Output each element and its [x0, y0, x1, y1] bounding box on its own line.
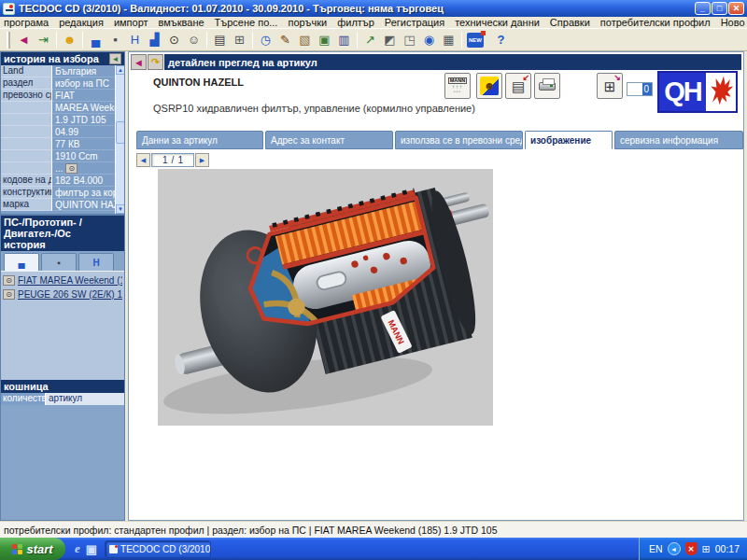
vehicle-icon[interactable]: ▄: [86, 31, 106, 49]
language-indicator[interactable]: EN: [649, 543, 663, 554]
menu-registracia[interactable]: Регистрация: [385, 17, 444, 28]
maximize-button[interactable]: □: [712, 2, 727, 15]
prev-page-button[interactable]: ◀: [136, 153, 150, 167]
taskbar-task-tecdoc[interactable]: TECDOC CD (3/2010)...: [105, 540, 211, 558]
back-icon[interactable]: ◄: [14, 31, 34, 49]
package-icon[interactable]: ▧: [295, 31, 315, 49]
menu-import[interactable]: импорт: [114, 17, 148, 28]
tab-engines[interactable]: ▪: [41, 253, 77, 271]
security-alert-icon[interactable]: ✕: [685, 542, 698, 555]
menu-vmukvane[interactable]: вмъкване: [159, 17, 204, 28]
minimize-button[interactable]: _: [695, 2, 711, 15]
clock[interactable]: 00:17: [715, 543, 740, 554]
frame-icon[interactable]: ◳: [400, 31, 419, 49]
tab-used-in-vehicles[interactable]: използва се в превозни средства: [395, 131, 523, 149]
tab-axles[interactable]: H: [78, 253, 114, 271]
menu-spravki[interactable]: Справки: [550, 17, 590, 28]
tab-contact-address[interactable]: Адрес за контакт: [265, 131, 393, 149]
printer-tray-icon[interactable]: ⊞: [702, 543, 711, 555]
table-row[interactable]: конструктивенфилтър за кормил: [1, 187, 124, 199]
menu-tehnicheski-danni[interactable]: технически данни: [455, 17, 540, 28]
vehicle-history-panel-header: ПС-/Прототип- /Двигател-/Ос история: [1, 216, 124, 251]
redo-button[interactable]: ↷: [148, 54, 163, 70]
clock-icon[interactable]: ◷: [256, 31, 275, 49]
new-catalog-icon[interactable]: NEW: [467, 33, 484, 48]
search-icon[interactable]: ⊙: [164, 31, 184, 49]
cart-icon[interactable]: ⊞: [230, 31, 249, 49]
table-row[interactable]: 1910 Ccm: [1, 150, 124, 162]
close-button[interactable]: ✕: [728, 2, 744, 15]
scrollbar-thumb[interactable]: [116, 121, 124, 144]
history-panel-title: история на избора: [4, 53, 99, 64]
toolbar-separator: [357, 32, 358, 49]
table-row[interactable]: маркаQUINTON HAZELL: [1, 199, 124, 211]
quantity-input[interactable]: [627, 82, 653, 96]
scroll-up-icon[interactable]: ▲: [116, 65, 124, 75]
history-panel-header: история на избора ◄: [1, 52, 124, 65]
vehicle-history-link-peugeot[interactable]: PEUGE 206 SW (2Е/К) 1.4: [18, 289, 122, 300]
help-icon[interactable]: ?: [491, 31, 511, 49]
back-button[interactable]: ◄: [131, 54, 147, 70]
oe-numbers-button[interactable]: MANN ↑↑↑ ▫▫▫: [444, 73, 471, 99]
grid-icon[interactable]: ▦: [439, 31, 458, 49]
picture-icon[interactable]: ▣: [315, 31, 334, 49]
vehicle-search-icon[interactable]: ▟: [145, 31, 164, 49]
next-page-button[interactable]: ▶: [195, 153, 209, 167]
menu-porachki[interactable]: поръчки: [288, 17, 327, 28]
menu-filtar[interactable]: филтър: [337, 17, 374, 28]
article-list-button[interactable]: ▤ ↙: [505, 73, 531, 99]
table-row[interactable]: разделизбор на ПС: [1, 77, 124, 90]
table-row[interactable]: LandБългария: [1, 65, 124, 77]
window-title: TECDOC CD (3/2010) - Валидност: 01.07.20…: [19, 3, 694, 14]
vehicle-history-list: ⊙ FIAT MAREA Weekend (185) ⊙ PEUGE 206 S…: [1, 271, 124, 380]
table-row[interactable]: кодове на дви182 B4.000: [1, 175, 124, 187]
engine-icon[interactable]: ▪: [106, 31, 125, 49]
hide-icons-icon[interactable]: ◄: [668, 542, 681, 555]
search-icon[interactable]: ⊙: [3, 275, 15, 286]
print-button[interactable]: [534, 73, 560, 99]
person-search-icon[interactable]: ☺: [184, 31, 204, 49]
table-row[interactable]: 1.9 JTD 105: [1, 114, 124, 126]
vehicle-history-link-fiat[interactable]: FIAT MAREA Weekend (185): [18, 275, 122, 286]
article-list-icon[interactable]: ▤: [210, 31, 230, 49]
tab-service-info[interactable]: сервизна информация: [614, 131, 743, 149]
table-row[interactable]: ...⊙: [1, 162, 124, 175]
search-icon[interactable]: ⊙: [3, 289, 15, 300]
menu-novo-v-kataloga[interactable]: Ново в каталога: [721, 17, 747, 28]
tab-image[interactable]: изображение: [525, 131, 613, 149]
vehicle-details-magnifier-icon[interactable]: ⊙: [65, 163, 78, 174]
add-to-cart-button[interactable]: ⊞ ↘: [597, 73, 623, 99]
menu-redakcia[interactable]: редакция: [59, 17, 104, 28]
menu-tarsene-po[interactable]: Търсене по...: [215, 17, 278, 28]
article-description: QSRP10 хидравличен филтър, управление (к…: [153, 103, 475, 114]
menu-potrebitelski-profil[interactable]: потребителски профил: [600, 17, 711, 28]
basket-column-quantity: количество: [1, 393, 46, 405]
chart-up-icon[interactable]: ↗: [360, 31, 380, 49]
table-row[interactable]: 77 КВ: [1, 138, 124, 150]
brush-icon[interactable]: ✎: [275, 31, 295, 49]
detail-header: ◄ ↷ детайлен преглед на артикул: [131, 54, 741, 70]
table-row[interactable]: MAREA Weekend (: [1, 102, 124, 114]
toolbar-grip[interactable]: [7, 32, 10, 49]
scroll-down-icon[interactable]: ▼: [116, 204, 124, 214]
menu-programa[interactable]: програма: [4, 17, 49, 28]
show-desktop-icon[interactable]: ▣: [86, 542, 97, 556]
internet-explorer-icon[interactable]: e: [75, 541, 80, 556]
article-detail-panel: ◄ ↷ детайлен преглед на артикул QUINTON …: [128, 51, 744, 521]
start-button[interactable]: start: [0, 538, 65, 560]
chart-icon[interactable]: ◩: [380, 31, 400, 49]
history-scrollbar[interactable]: ▲ ▼: [115, 65, 124, 214]
table-row[interactable]: превозно средFIAT: [1, 90, 124, 102]
tab-article-data[interactable]: Данни за артикул: [136, 131, 263, 149]
table-row[interactable]: 04.99: [1, 126, 124, 138]
mascot-icon[interactable]: ☻: [60, 31, 79, 49]
book-icon[interactable]: ▥: [334, 31, 354, 49]
exit-icon[interactable]: ⇥: [34, 31, 53, 49]
tab-vehicles[interactable]: ▄: [4, 253, 39, 271]
title-bar[interactable]: TECDOC CD (3/2010) - Валидност: 01.07.20…: [0, 0, 747, 17]
windows-logo-icon: [12, 544, 22, 554]
axle-icon[interactable]: H: [125, 31, 145, 49]
tecdoc-info-button[interactable]: ☻ !: [476, 73, 502, 99]
globe-icon[interactable]: ◉: [419, 31, 439, 49]
collapse-sidebar-icon[interactable]: ◄: [109, 53, 121, 64]
